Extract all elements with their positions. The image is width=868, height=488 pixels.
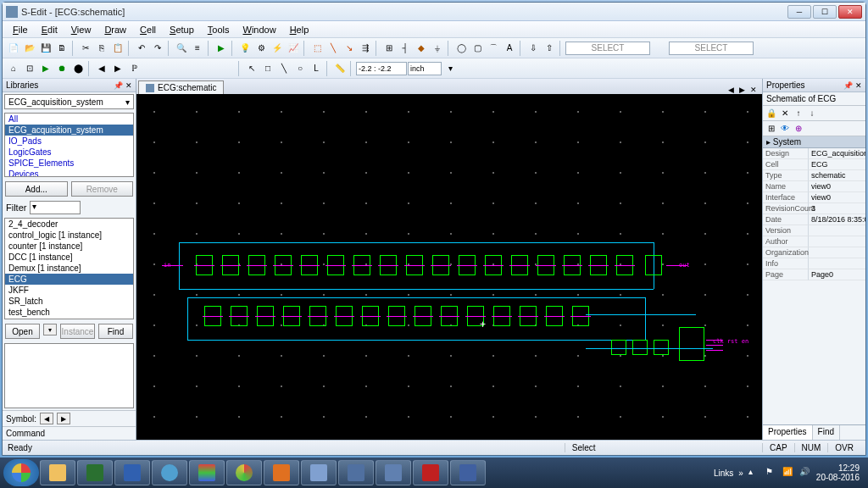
clock[interactable]: 12:29 20-08-2016 <box>816 463 860 482</box>
system-section[interactable]: ▸ System <box>763 136 865 148</box>
library-list[interactable]: All ECG_acquisition_system IO_Pads Logic… <box>4 113 134 177</box>
filter-combo[interactable]: ▾ <box>30 201 81 214</box>
menu-edit[interactable]: Edit <box>35 23 64 36</box>
task-excel[interactable] <box>77 460 113 485</box>
delete-icon[interactable]: ✕ <box>780 108 790 119</box>
ruler-icon[interactable]: 📏 <box>332 61 348 76</box>
select-combo-1[interactable]: SELECT <box>565 42 650 55</box>
prop-value[interactable]: Page0 <box>809 269 865 280</box>
cell-item[interactable]: Demux [1 instance] <box>5 263 133 274</box>
play-icon[interactable]: ▶ <box>38 61 53 76</box>
cell-item[interactable]: JKFF <box>5 285 133 296</box>
tray-network-icon[interactable]: 📶 <box>782 467 794 479</box>
eye-icon[interactable]: 👁 <box>780 124 790 134</box>
prop-value[interactable]: ECG <box>809 159 865 170</box>
lib-item-io[interactable]: IO_Pads <box>5 136 133 147</box>
select-combo-2[interactable]: SELECT <box>669 42 754 55</box>
save-icon[interactable]: 💾 <box>38 41 53 56</box>
redo-icon[interactable]: ↷ <box>150 41 165 56</box>
task-paint[interactable] <box>189 460 225 485</box>
prop-value[interactable] <box>809 236 865 247</box>
hier-up-icon[interactable]: ⇧ <box>542 41 557 56</box>
units-display[interactable]: inch <box>408 62 442 75</box>
menu-tools[interactable]: Tools <box>201 23 236 36</box>
rect-icon[interactable]: □ <box>260 61 275 76</box>
back-icon[interactable]: ◀ <box>94 61 109 76</box>
tab-next[interactable]: ▶ <box>737 86 747 94</box>
cell-item[interactable]: control_logic [1 instance] <box>5 230 133 241</box>
menu-view[interactable]: View <box>64 23 98 36</box>
task-chrome[interactable] <box>226 460 262 485</box>
net-icon[interactable]: ↘ <box>342 41 357 56</box>
links-label[interactable]: Links <box>714 469 733 478</box>
text-icon[interactable]: A <box>502 41 517 56</box>
task-vlc[interactable] <box>264 460 299 485</box>
menu-file[interactable]: File <box>6 23 35 36</box>
task-sedit[interactable] <box>450 460 486 485</box>
close-button[interactable]: ✕ <box>838 5 862 19</box>
wire-icon[interactable]: ╲ <box>326 41 341 56</box>
dropdown-icon[interactable]: ▾ <box>442 61 458 76</box>
prop-value[interactable]: 3 <box>809 203 865 214</box>
cell-item[interactable]: toggle_ff <box>5 318 133 319</box>
doc-tab-ecg[interactable]: ECG:schematic <box>138 80 224 94</box>
light-icon[interactable]: 💡 <box>237 41 253 56</box>
find-icon[interactable]: 🔍 <box>174 41 189 56</box>
bus-icon[interactable]: ⇶ <box>358 41 373 56</box>
tray-flag-icon[interactable]: ⚑ <box>765 467 777 479</box>
schematic-canvas[interactable]: inoutclk rst en+ <box>136 94 762 440</box>
globe-icon[interactable]: ⊕ <box>793 124 804 134</box>
circle-icon[interactable]: ○ <box>292 61 308 76</box>
remove-library-button[interactable]: Remove <box>71 181 134 197</box>
paste-icon[interactable]: 📋 <box>110 41 125 56</box>
cell-item[interactable]: DCC [1 instance] <box>5 252 133 263</box>
gnd-icon[interactable]: ⏚ <box>430 41 445 56</box>
port-icon[interactable]: ┤ <box>398 41 413 56</box>
path-icon[interactable]: L <box>309 61 324 76</box>
task-app1[interactable] <box>338 460 374 485</box>
select-icon[interactable]: ⬚ <box>309 41 325 56</box>
symbol-prev[interactable]: ◀ <box>40 413 53 424</box>
open-dropdown[interactable]: ▾ <box>43 324 57 336</box>
fwd-icon[interactable]: ▶ <box>110 61 125 76</box>
new-icon[interactable]: 📄 <box>6 41 21 56</box>
prop-value[interactable]: 8/18/2016 8:35:04 <box>809 214 865 225</box>
links-chevron[interactable]: » <box>738 469 743 478</box>
open-cell-button[interactable]: Open <box>5 324 40 339</box>
prop-value[interactable] <box>809 258 865 269</box>
cell-item[interactable]: test_bench <box>5 307 133 318</box>
lib-item-logic[interactable]: LogicGates <box>5 147 133 158</box>
home-icon[interactable]: ⌂ <box>6 61 21 76</box>
maximize-button[interactable]: ☐ <box>813 5 837 19</box>
instance-icon[interactable]: ⊞ <box>381 41 397 56</box>
line-icon[interactable]: ╲ <box>276 61 292 76</box>
task-word[interactable] <box>114 460 150 485</box>
undo-icon[interactable]: ↶ <box>134 41 149 56</box>
lib-item-ecg[interactable]: ECG_acquisition_system <box>5 125 133 136</box>
cell-item-selected[interactable]: ECG <box>5 274 133 285</box>
cut-icon[interactable]: ✂ <box>78 41 93 56</box>
record-icon[interactable]: ⏺ <box>54 61 70 76</box>
tray-volume-icon[interactable]: 🔊 <box>799 467 811 479</box>
cursor-icon[interactable]: ↖ <box>244 61 259 76</box>
param-icon[interactable]: ℙ <box>126 61 142 76</box>
lib-item-spice[interactable]: SPICE_Elements <box>5 158 133 169</box>
down-icon[interactable]: ↓ <box>807 108 817 119</box>
instance-button[interactable]: Instance <box>60 324 95 339</box>
hier-down-icon[interactable]: ⇩ <box>526 41 541 56</box>
chart-icon[interactable]: 📈 <box>286 41 301 56</box>
menu-help[interactable]: Help <box>283 23 316 36</box>
cell-list[interactable]: 2_4_decoder control_logic [1 instance] c… <box>4 218 134 319</box>
tree-icon[interactable]: ⊞ <box>766 124 776 134</box>
gear-icon[interactable]: ⚙ <box>253 41 269 56</box>
pin-icon[interactable]: 📌 ✕ <box>843 81 862 90</box>
properties-icon[interactable]: ≡ <box>190 41 205 56</box>
task-explorer[interactable] <box>40 460 75 485</box>
minimize-button[interactable]: ─ <box>787 5 811 19</box>
lib-item-all[interactable]: All <box>5 114 133 125</box>
arc-icon[interactable]: ⌒ <box>486 41 501 56</box>
task-app2[interactable] <box>376 460 411 485</box>
zoom-fit-icon[interactable]: ⊡ <box>22 61 37 76</box>
up-icon[interactable]: ↑ <box>793 108 804 119</box>
start-button[interactable] <box>3 459 39 486</box>
